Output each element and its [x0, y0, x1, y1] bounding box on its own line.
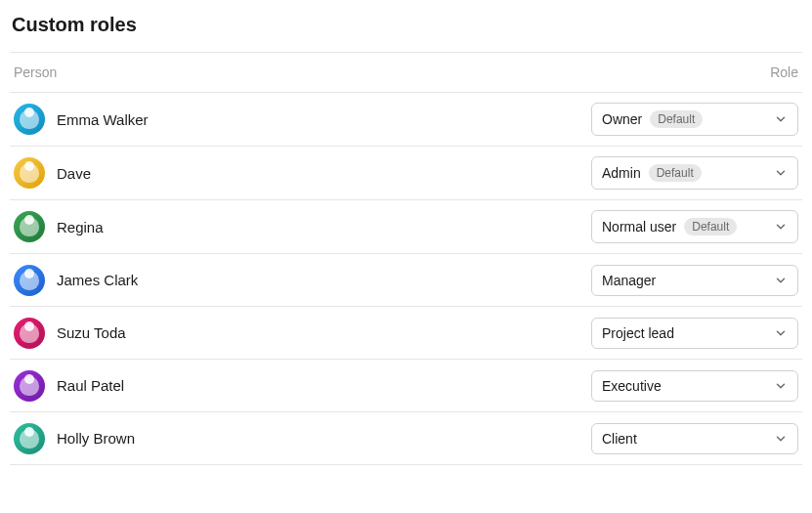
table-row: ReginaNormal userDefault [10, 200, 802, 254]
chevron-down-icon [774, 379, 788, 393]
chevron-down-icon [774, 274, 788, 287]
role-select[interactable]: OwnerDefault [591, 103, 798, 136]
avatar [14, 104, 45, 135]
role-label: Client [602, 431, 637, 447]
avatar [14, 318, 45, 349]
person-name: James Clark [57, 272, 138, 288]
default-badge: Default [650, 110, 703, 128]
avatar [14, 211, 45, 242]
person-cell: Suzu Toda [14, 318, 126, 349]
column-header-role: Role [770, 64, 798, 80]
person-cell: Holly Brown [14, 423, 135, 454]
chevron-down-icon [774, 326, 788, 340]
avatar [14, 423, 45, 454]
role-select[interactable]: AdminDefault [591, 156, 798, 190]
table-row: Holly BrownClient [10, 412, 802, 465]
chevron-down-icon [774, 432, 788, 446]
role-select[interactable]: Normal userDefault [591, 210, 798, 243]
role-select[interactable]: Project lead [591, 318, 798, 349]
role-label: Executive [602, 378, 662, 394]
chevron-down-icon [774, 112, 788, 126]
role-label: Manager [602, 273, 656, 288]
table-row: James ClarkManager [10, 254, 802, 307]
person-cell: Dave [14, 157, 91, 189]
table-row: DaveAdminDefault [10, 147, 802, 200]
person-cell: James Clark [14, 265, 138, 296]
person-name: Holly Brown [57, 430, 135, 447]
chevron-down-icon [774, 220, 788, 234]
column-header-person: Person [14, 64, 57, 80]
chevron-down-icon [774, 166, 788, 180]
page-title: Custom roles [10, 14, 802, 52]
role-label: Normal user [602, 219, 676, 235]
person-cell: Emma Walker [14, 104, 149, 135]
role-select[interactable]: Executive [591, 370, 798, 402]
avatar [14, 157, 45, 189]
person-name: Regina [57, 219, 104, 235]
role-label: Project lead [602, 325, 674, 341]
role-select[interactable]: Manager [591, 265, 798, 296]
person-name: Dave [57, 165, 91, 182]
person-cell: Raul Patel [14, 370, 124, 402]
role-label: Owner [602, 111, 642, 127]
default-badge: Default [649, 164, 702, 182]
table-header: Person Role [10, 52, 802, 93]
default-badge: Default [684, 218, 737, 235]
avatar [14, 370, 45, 402]
person-name: Suzu Toda [57, 324, 126, 341]
table-row: Emma WalkerOwnerDefault [10, 93, 802, 147]
person-cell: Regina [14, 211, 104, 242]
table-row: Suzu TodaProject lead [10, 307, 802, 360]
person-name: Raul Patel [57, 377, 124, 394]
avatar [14, 265, 45, 296]
table-row: Raul PatelExecutive [10, 360, 802, 412]
person-name: Emma Walker [57, 111, 149, 128]
role-select[interactable]: Client [591, 423, 798, 454]
role-label: Admin [602, 165, 641, 181]
